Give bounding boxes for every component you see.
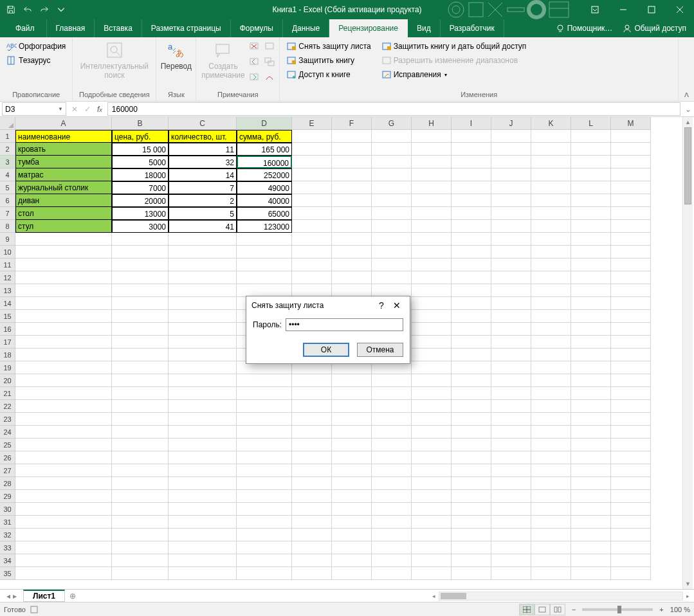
cell[interactable]: цена, руб. bbox=[112, 130, 169, 143]
cell[interactable] bbox=[491, 439, 531, 451]
cell[interactable] bbox=[112, 310, 169, 323]
cell[interactable] bbox=[571, 400, 611, 413]
cell[interactable] bbox=[169, 477, 237, 490]
cell[interactable] bbox=[531, 374, 571, 387]
cell[interactable] bbox=[611, 233, 651, 246]
show-ink-button[interactable] bbox=[263, 71, 276, 84]
cell[interactable] bbox=[531, 310, 571, 323]
cell[interactable] bbox=[491, 567, 531, 580]
cell[interactable] bbox=[611, 156, 651, 168]
cell[interactable] bbox=[15, 503, 112, 516]
cell[interactable] bbox=[372, 246, 412, 258]
cell[interactable] bbox=[611, 516, 651, 529]
spelling-button[interactable]: ABCОрфография bbox=[5, 40, 67, 53]
cell[interactable] bbox=[611, 168, 651, 181]
dialog-help-button[interactable]: ? bbox=[374, 300, 389, 311]
cell[interactable] bbox=[112, 349, 169, 361]
cell[interactable] bbox=[169, 246, 237, 258]
cell[interactable]: 123000 bbox=[237, 220, 292, 233]
cell[interactable] bbox=[452, 336, 491, 349]
cell[interactable] bbox=[412, 426, 452, 439]
cell[interactable] bbox=[452, 541, 491, 554]
cell[interactable] bbox=[412, 387, 452, 400]
cell[interactable] bbox=[571, 413, 611, 426]
cell[interactable] bbox=[237, 246, 292, 258]
cell[interactable] bbox=[452, 361, 491, 374]
row-header[interactable]: 18 bbox=[0, 349, 15, 361]
cell[interactable] bbox=[491, 233, 531, 246]
cell[interactable] bbox=[611, 181, 651, 194]
cell[interactable] bbox=[15, 361, 112, 374]
cell[interactable] bbox=[531, 246, 571, 258]
cell[interactable] bbox=[571, 168, 611, 181]
cell[interactable] bbox=[237, 439, 292, 451]
cell[interactable] bbox=[372, 220, 412, 233]
cell[interactable] bbox=[611, 349, 651, 361]
cell[interactable] bbox=[237, 374, 292, 387]
cell[interactable] bbox=[412, 439, 452, 451]
cell[interactable] bbox=[292, 387, 332, 400]
cell[interactable] bbox=[372, 400, 412, 413]
cell[interactable] bbox=[491, 323, 531, 336]
cell[interactable] bbox=[452, 451, 491, 464]
cell[interactable] bbox=[292, 439, 332, 451]
maximize-button[interactable] bbox=[637, 0, 666, 19]
zoom-in-button[interactable]: + bbox=[659, 606, 663, 613]
cell[interactable] bbox=[611, 310, 651, 323]
cell[interactable] bbox=[112, 541, 169, 554]
cell[interactable] bbox=[452, 349, 491, 361]
cell[interactable] bbox=[169, 323, 237, 336]
cell[interactable] bbox=[332, 246, 372, 258]
cell[interactable] bbox=[452, 220, 491, 233]
cell[interactable] bbox=[491, 246, 531, 258]
add-sheet-button[interactable]: ⊕ bbox=[65, 592, 80, 601]
cell[interactable] bbox=[452, 426, 491, 439]
cell[interactable] bbox=[571, 156, 611, 168]
cell[interactable] bbox=[491, 220, 531, 233]
column-header[interactable]: C bbox=[169, 117, 237, 130]
cell[interactable] bbox=[237, 477, 292, 490]
share-button[interactable]: Общий доступ bbox=[619, 19, 690, 37]
cell[interactable] bbox=[491, 516, 531, 529]
cell[interactable] bbox=[15, 529, 112, 541]
cell[interactable] bbox=[372, 477, 412, 490]
cell[interactable] bbox=[169, 529, 237, 541]
cell[interactable] bbox=[292, 413, 332, 426]
cell[interactable] bbox=[412, 490, 452, 503]
cell[interactable] bbox=[531, 297, 571, 310]
cell[interactable] bbox=[112, 567, 169, 580]
cell[interactable] bbox=[571, 439, 611, 451]
cell[interactable] bbox=[611, 490, 651, 503]
cell[interactable] bbox=[571, 361, 611, 374]
tab-review[interactable]: Рецензирование bbox=[329, 19, 408, 37]
cell[interactable]: 7000 bbox=[112, 181, 169, 194]
cell[interactable] bbox=[491, 477, 531, 490]
cell[interactable] bbox=[332, 451, 372, 464]
cell[interactable] bbox=[292, 194, 332, 207]
cell[interactable] bbox=[169, 541, 237, 554]
thesaurus-button[interactable]: Тезаурус bbox=[5, 54, 67, 67]
cell[interactable] bbox=[112, 439, 169, 451]
cell[interactable] bbox=[237, 387, 292, 400]
cell[interactable] bbox=[332, 284, 372, 297]
cell[interactable] bbox=[237, 271, 292, 284]
cell[interactable] bbox=[491, 310, 531, 323]
cell[interactable] bbox=[531, 143, 571, 156]
cell[interactable] bbox=[412, 220, 452, 233]
cell[interactable] bbox=[332, 207, 372, 220]
cell[interactable] bbox=[531, 233, 571, 246]
row-header[interactable]: 34 bbox=[0, 554, 15, 567]
cell[interactable] bbox=[169, 387, 237, 400]
cell[interactable] bbox=[611, 387, 651, 400]
cell[interactable] bbox=[452, 516, 491, 529]
cell[interactable] bbox=[237, 567, 292, 580]
cell[interactable]: количество, шт. bbox=[169, 130, 237, 143]
cell[interactable] bbox=[169, 554, 237, 567]
cell[interactable] bbox=[531, 387, 571, 400]
cell[interactable] bbox=[292, 529, 332, 541]
cell[interactable]: 65000 bbox=[237, 207, 292, 220]
cell[interactable] bbox=[332, 529, 372, 541]
cell[interactable] bbox=[571, 143, 611, 156]
cell[interactable] bbox=[611, 464, 651, 477]
zoom-slider[interactable] bbox=[582, 608, 653, 611]
